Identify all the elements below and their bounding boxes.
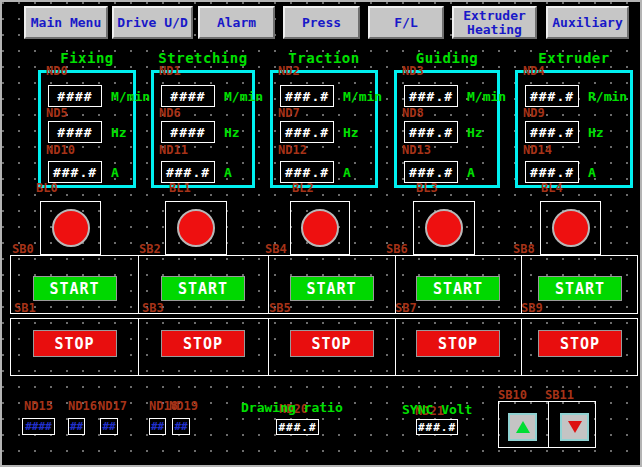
unit-label: Hz <box>588 125 604 140</box>
start-button-guiding[interactable]: START <box>416 276 500 301</box>
updown-button-group <box>498 401 596 448</box>
button-label: SB10 <box>498 388 527 402</box>
value-row: ###.#A <box>48 161 119 183</box>
pilot-lamp <box>552 209 590 247</box>
up-triangle-icon <box>516 421 530 433</box>
nd-label: ND5 <box>46 106 68 120</box>
nd-label: ND12 <box>278 143 307 157</box>
nav-button-extruder-heating[interactable]: Extruder Heating <box>452 6 537 39</box>
unit-label: A <box>224 165 232 180</box>
value-row: ###.#R/min <box>525 85 627 107</box>
hmi-screen: Main MenuDrive U/DAlarmPressF/LExtruder … <box>0 0 642 467</box>
speed-up-button[interactable] <box>508 413 537 441</box>
unit-label: Hz <box>467 125 483 140</box>
unit-label: M/min <box>224 89 263 104</box>
cell-divider <box>268 256 269 313</box>
stop-button-guiding[interactable]: STOP <box>416 330 500 357</box>
numeric-display: ## <box>149 418 166 435</box>
nav-button-main-menu[interactable]: Main Menu <box>24 6 108 39</box>
button-label: SB4 <box>265 242 287 256</box>
value-row: ###.#A <box>161 161 232 183</box>
button-label: SB6 <box>386 242 408 256</box>
cell-divider <box>521 256 522 313</box>
numeric-display: ## <box>68 418 85 435</box>
value-row: ###.#A <box>404 161 475 183</box>
drawing-ratio-label: Drawing ratio <box>241 400 343 415</box>
value-row: ###.#M/min <box>404 85 506 107</box>
section-title-traction: Traction <box>270 50 378 64</box>
numeric-display: #### <box>22 418 55 435</box>
unit-label: Hz <box>343 125 359 140</box>
numeric-display: ## <box>172 418 190 435</box>
lamp-cell <box>290 201 350 255</box>
start-button-extruder[interactable]: START <box>538 276 622 301</box>
nav-button-alarm[interactable]: Alarm <box>198 6 275 39</box>
speed-down-button[interactable] <box>560 413 589 441</box>
start-button-fixing[interactable]: START <box>33 276 117 301</box>
sync-volt-label: SYNC Volt <box>402 402 472 417</box>
lamp-label: BL1 <box>169 181 191 195</box>
lamp-cell <box>165 201 227 255</box>
pilot-lamp <box>177 209 215 247</box>
lamp-cell <box>40 201 101 255</box>
stop-button-stretching[interactable]: STOP <box>161 330 245 357</box>
pilot-lamp <box>425 209 463 247</box>
button-label: SB8 <box>513 242 535 256</box>
numeric-display: ## <box>100 418 118 435</box>
section-panel-traction: ND2###.#M/minND7###.#HzND12###.#A <box>270 70 378 188</box>
value-row: ####M/min <box>48 85 150 107</box>
numeric-display: #### <box>48 85 102 107</box>
start-button-stretching[interactable]: START <box>161 276 245 301</box>
lamp-cell <box>540 201 601 255</box>
stop-button-fixing[interactable]: STOP <box>33 330 117 357</box>
numeric-display: ###.# <box>280 161 334 183</box>
lamp-label: BL4 <box>541 181 563 195</box>
numeric-display: ###.# <box>280 121 334 143</box>
nd-label: ND10 <box>46 143 75 157</box>
numeric-display: #### <box>48 121 102 143</box>
section-title-stretching: Stretching <box>151 50 255 64</box>
button-label: SB0 <box>12 242 34 256</box>
start-button-traction[interactable]: START <box>290 276 374 301</box>
value-row: ###.#Hz <box>525 121 604 143</box>
numeric-display: ###.# <box>416 419 458 435</box>
numeric-display: #### <box>161 121 215 143</box>
start-button-band: STARTSTARTSTARTSTARTSTART <box>10 255 638 314</box>
down-triangle-icon <box>568 421 582 433</box>
lamp-label: BL3 <box>416 181 438 195</box>
cell-divider <box>395 319 396 375</box>
nd-label: ND16 <box>68 399 97 413</box>
nd-label: ND14 <box>523 143 552 157</box>
value-row: ####Hz <box>161 121 240 143</box>
section-panel-stretching: ND1####M/minND6####HzND11###.#A <box>151 70 255 188</box>
button-label: SB11 <box>545 388 574 402</box>
nd-label: ND19 <box>169 399 198 413</box>
nav-button-auxiliary[interactable]: Auxiliary <box>546 6 629 39</box>
lamp-label: BL0 <box>36 181 58 195</box>
numeric-display: ###.# <box>525 85 579 107</box>
value-row: ###.#M/min <box>280 85 382 107</box>
stop-button-traction[interactable]: STOP <box>290 330 374 357</box>
nd-label: ND1 <box>159 64 181 78</box>
section-panel-guiding: ND3###.#M/minND8###.#HzND13###.#A <box>394 70 500 188</box>
unit-label: R/min <box>588 89 627 104</box>
section-title-extruder: Extruder <box>515 50 633 64</box>
section-panel-fixing: ND0####M/minND5####HzND10###.#A <box>38 70 136 188</box>
value-row: ####M/min <box>161 85 263 107</box>
numeric-display: ###.# <box>404 85 458 107</box>
cell-divider <box>548 402 549 447</box>
nav-button-f-l[interactable]: F/L <box>368 6 444 39</box>
section-panel-extruder: ND4###.#R/minND9###.#HzND14###.#A <box>515 70 633 188</box>
stop-button-extruder[interactable]: STOP <box>538 330 622 357</box>
value-row: ####Hz <box>48 121 127 143</box>
lamp-cell <box>413 201 475 255</box>
nav-button-press[interactable]: Press <box>283 6 360 39</box>
unit-label: M/min <box>343 89 382 104</box>
unit-label: M/min <box>111 89 150 104</box>
stop-button-band: STOPSTOPSTOPSTOPSTOP <box>10 318 638 376</box>
cell-divider <box>395 256 396 313</box>
cell-divider <box>268 319 269 375</box>
nd-label: ND15 <box>24 399 53 413</box>
nav-button-drive-u-d[interactable]: Drive U/D <box>112 6 193 39</box>
unit-label: A <box>467 165 475 180</box>
